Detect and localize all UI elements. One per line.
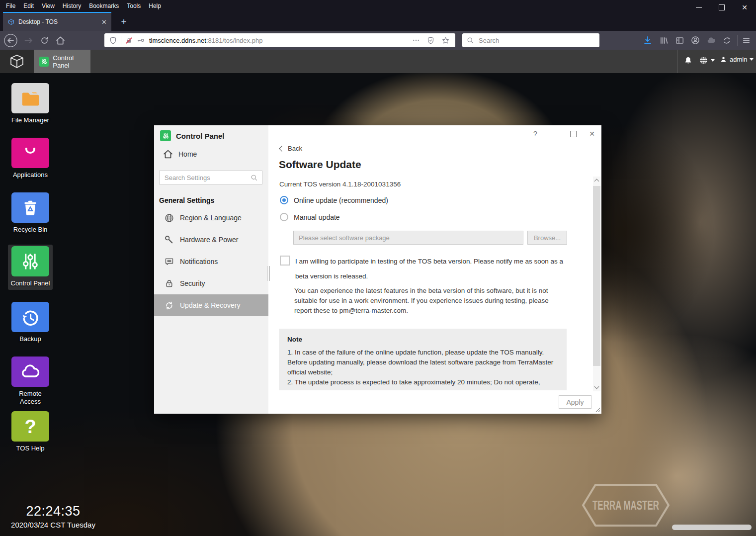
back-button[interactable] (3, 33, 18, 48)
close-icon: ✕ (589, 130, 595, 138)
user-menu-button[interactable]: admin (720, 56, 754, 63)
browse-button[interactable]: Browse... (527, 231, 567, 245)
search-input[interactable] (478, 36, 595, 45)
panel-title: Control Panel (176, 132, 225, 140)
window-resize-grip[interactable] (594, 407, 600, 412)
search-icon (467, 37, 474, 44)
panel-minimize-button[interactable] (549, 128, 560, 139)
beta-description: You can experience the latest features i… (294, 286, 560, 316)
library-icon (659, 36, 669, 45)
url-bar[interactable]: timscience.ddns.net:8181/tos/index.php (104, 33, 455, 47)
menu-history[interactable]: History (59, 0, 85, 12)
search-icon (251, 174, 258, 181)
site-info-shield-icon[interactable] (109, 36, 117, 45)
clock-date: 2020/03/24 CST Tuesday (6, 521, 100, 529)
control-panel-app-icon (160, 130, 171, 141)
swirl-icon (722, 36, 732, 45)
sidebar-home-label: Home (178, 150, 197, 158)
bookmark-star-icon[interactable] (441, 36, 450, 45)
panel-maximize-button[interactable] (568, 128, 579, 139)
menu-help[interactable]: Help (145, 0, 165, 12)
forward-button[interactable] (21, 33, 36, 48)
tab-title: Desktop - TOS (18, 18, 98, 25)
sidebar-item-security[interactable]: Security (154, 272, 268, 294)
urlbar-separator (121, 36, 121, 45)
cloud-sync-button[interactable] (704, 33, 719, 48)
online-update-radio[interactable] (280, 196, 288, 204)
sidebar-item-update-recovery[interactable]: Update & Recovery (154, 294, 268, 316)
desktop-icon-tos-help[interactable]: ? TOS Help (8, 411, 53, 452)
menu-edit[interactable]: Edit (19, 0, 38, 12)
online-update-label: Online update (recommended) (294, 196, 388, 204)
desktop-icon-label: Applications (8, 171, 53, 179)
protections-shield-icon[interactable] (426, 36, 435, 45)
sidebar-item-home[interactable]: Home (163, 149, 197, 160)
scroll-down-icon[interactable] (594, 384, 599, 389)
downloads-button[interactable] (640, 33, 655, 48)
home-button[interactable] (53, 33, 68, 48)
window-maximize-button[interactable] (710, 0, 733, 15)
sidebars-button[interactable] (672, 33, 687, 48)
page-title: Software Update (279, 159, 361, 171)
search-bar[interactable] (462, 33, 599, 47)
page-actions-icon[interactable] (412, 36, 420, 44)
menu-view[interactable]: View (38, 0, 59, 12)
globe-icon (164, 213, 174, 223)
sidebar-item-region-language[interactable]: Region & Language (154, 207, 268, 229)
bottom-scrollbar[interactable] (672, 525, 752, 530)
language-button[interactable] (699, 56, 715, 65)
radio-row-online-update: Online update (recommended) (280, 196, 388, 204)
content-scrollbar[interactable] (593, 177, 600, 391)
browser-menubar: File Edit View History Bookmarks Tools H… (0, 0, 756, 12)
beta-test-checkbox[interactable] (280, 256, 290, 266)
back-link[interactable]: Back (280, 145, 302, 152)
sidebar-item-notifications[interactable]: Notifications (154, 251, 268, 272)
new-tab-button[interactable]: + (117, 15, 130, 28)
browser-tab[interactable]: Desktop - TOS ✕ (3, 12, 111, 31)
account-icon (690, 35, 700, 45)
desktop-icon-recycle-bin[interactable]: Recycle Bin (8, 192, 53, 234)
apply-button[interactable]: Apply (559, 395, 591, 409)
menu-button[interactable] (739, 33, 754, 48)
cloud-icon (706, 35, 716, 45)
sidebar-section-title: General Settings (159, 196, 214, 204)
menu-bookmarks[interactable]: Bookmarks (85, 0, 123, 12)
desktop-icon-file-manager[interactable]: File Manager (8, 83, 53, 124)
settings-search-input[interactable] (164, 174, 248, 182)
bell-icon (683, 56, 693, 66)
manual-update-radio[interactable] (280, 213, 288, 221)
desktop-icon-label: Remote Access (8, 390, 53, 406)
recycle-bin-tile (11, 192, 49, 223)
desktop-icon-backup[interactable]: Backup (8, 302, 53, 343)
menu-tools[interactable]: Tools (123, 0, 145, 12)
desktop-icon-applications[interactable]: Applications (8, 138, 53, 179)
desktop-icon-remote-access[interactable]: Remote Access (8, 357, 53, 406)
scroll-up-icon[interactable] (594, 179, 599, 184)
panel-help-button[interactable]: ? (530, 128, 541, 139)
panel-close-button[interactable]: ✕ (587, 128, 597, 139)
note-title: Note (287, 336, 558, 343)
tab-close-icon[interactable]: ✕ (101, 18, 107, 26)
reload-button[interactable] (37, 33, 52, 48)
sidebar-item-label: Hardware & Power (180, 236, 239, 244)
window-close-button[interactable]: ✕ (733, 0, 756, 15)
library-button[interactable] (656, 33, 671, 48)
home-icon (55, 35, 66, 46)
tos-logo-button[interactable] (0, 50, 34, 73)
browser-toolbar: timscience.ddns.net:8181/tos/index.php (0, 31, 756, 50)
menu-file[interactable]: File (2, 0, 19, 12)
taskbar-app-control-panel[interactable]: Control Panel (34, 50, 90, 73)
software-package-input[interactable] (293, 231, 523, 245)
notifications-button[interactable] (683, 56, 693, 66)
window-minimize-button[interactable] (687, 0, 710, 15)
account-button[interactable] (688, 33, 703, 48)
sidebar-item-label: Region & Language (180, 214, 242, 222)
control-panel-window: Control Panel Home General Settings Regi… (154, 125, 601, 414)
scrollbar-thumb[interactable] (593, 186, 600, 366)
refresh-session-button[interactable] (719, 33, 734, 48)
sidebar-item-hardware-power[interactable]: Hardware & Power (154, 229, 268, 251)
desktop-icon-control-panel[interactable]: Control Panel (8, 245, 53, 290)
beta-test-option: I am willing to participate in testing o… (280, 254, 572, 284)
backup-tile (11, 302, 49, 332)
speech-bubble-icon (164, 257, 174, 267)
